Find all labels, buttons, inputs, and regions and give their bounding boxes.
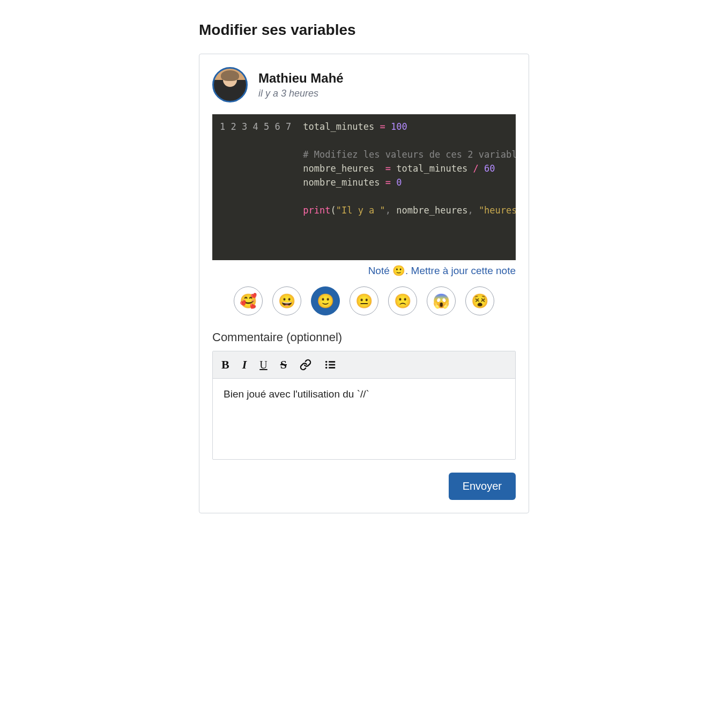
- code-gutter: 1 2 3 4 5 6 7: [212, 114, 298, 260]
- submit-button[interactable]: Envoyer: [449, 473, 516, 500]
- timestamp: il y a 3 heures: [258, 88, 344, 99]
- emoji-slight-smile-button[interactable]: 🙂: [311, 286, 340, 315]
- emoji-grin-button[interactable]: 😀: [272, 286, 301, 315]
- svg-point-1: [325, 364, 328, 366]
- italic-button[interactable]: I: [241, 357, 248, 373]
- strike-button[interactable]: S: [279, 357, 288, 373]
- avatar: [212, 67, 248, 102]
- emoji-scream-button[interactable]: 😱: [427, 286, 456, 315]
- svg-rect-5: [329, 367, 335, 369]
- page-title: Modifier ses variables: [199, 21, 529, 39]
- user-name: Mathieu Mahé: [258, 71, 344, 86]
- rating-emoji-icon: 🙂: [392, 265, 405, 276]
- code-block: 1 2 3 4 5 6 7 total_minutes = 100 # Modi…: [212, 114, 516, 260]
- emoji-neutral-button[interactable]: 😐: [350, 286, 378, 315]
- submission-card: Mathieu Mahé il y a 3 heures 1 2 3 4 5 6…: [199, 54, 529, 513]
- svg-point-0: [325, 361, 328, 363]
- emoji-dizzy-button[interactable]: 😵: [465, 286, 494, 315]
- list-button[interactable]: [323, 358, 337, 372]
- svg-point-2: [325, 367, 328, 369]
- rating-period: .: [405, 265, 411, 276]
- comment-editor: B I U S Bien joué avec l'utilisation du …: [212, 351, 516, 460]
- emoji-rating-row: 🥰 😀 🙂 😐 🙁 😱 😵: [212, 286, 516, 315]
- comment-input[interactable]: Bien joué avec l'utilisation du `//`: [213, 379, 515, 459]
- editor-toolbar: B I U S: [213, 351, 515, 379]
- list-icon: [324, 359, 336, 371]
- rating-status: Noté 🙂. Mettre à jour cette note: [212, 264, 516, 277]
- link-icon: [300, 359, 311, 371]
- comment-label: Commentaire (optionnel): [212, 330, 516, 344]
- link-button[interactable]: [299, 358, 313, 372]
- bold-button[interactable]: B: [220, 357, 231, 373]
- user-header: Mathieu Mahé il y a 3 heures: [212, 67, 516, 102]
- update-rating-link[interactable]: Mettre à jour cette note: [411, 265, 516, 276]
- rating-noted-text: Noté: [368, 265, 392, 276]
- emoji-love-button[interactable]: 🥰: [234, 286, 263, 315]
- underline-button[interactable]: U: [258, 358, 268, 372]
- code-content: total_minutes = 100 # Modifiez les valeu…: [298, 114, 516, 260]
- svg-rect-3: [329, 361, 335, 363]
- emoji-frown-button[interactable]: 🙁: [388, 286, 417, 315]
- svg-rect-4: [329, 364, 335, 366]
